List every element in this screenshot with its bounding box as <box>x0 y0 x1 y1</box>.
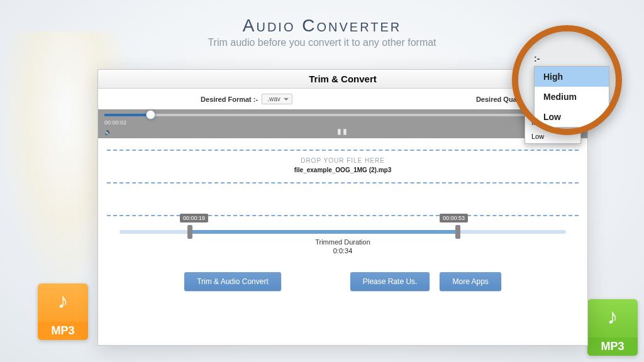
volume-icon[interactable]: 🔈 <box>104 128 112 135</box>
trim-handle-end[interactable] <box>455 225 460 239</box>
trim-end-tooltip: 00:00:53 <box>440 214 468 222</box>
drop-zone[interactable]: DROP YOUR FILE HERE file_example_OOG_1MG… <box>107 150 579 184</box>
pause-button[interactable]: ▮▮ <box>337 127 348 136</box>
seek-thumb[interactable] <box>146 110 155 119</box>
mag-option-medium[interactable]: Medium <box>535 87 609 107</box>
drop-hint: DROP YOUR FILE HERE <box>107 157 579 164</box>
magnifier-callout: :- High Medium Low <box>512 25 622 135</box>
mp3-badge-orange: ♪ MP3 <box>38 283 88 340</box>
dropped-filename: file_example_OOG_1MG (2).mp3 <box>107 167 579 173</box>
trim-range <box>189 230 459 234</box>
app-window: Trim & Convert Desired Format :- .wav De… <box>97 69 588 346</box>
music-note-icon: ♪ <box>608 304 618 329</box>
separator <box>107 215 579 216</box>
player-bar: 00:00:02 00:01:13 🔈 ▮▮ ▭ ⇱ <box>98 109 587 138</box>
trim-meta: Trimmed Duration 0:0:34 <box>98 238 587 256</box>
badge-label: MP3 <box>587 337 638 356</box>
mp3-badge-green: ♪ MP3 <box>587 299 638 356</box>
music-note-icon: ♪ <box>58 288 69 313</box>
format-value: .wav <box>267 96 280 102</box>
format-select[interactable]: .wav <box>262 94 292 104</box>
format-label: Desired Format :- <box>201 96 258 103</box>
magnifier-prefix: :- <box>534 53 609 63</box>
time-elapsed: 00:00:02 <box>104 119 126 126</box>
magnified-quality-dropdown[interactable]: High Medium Low <box>534 66 609 128</box>
trim-slider[interactable] <box>119 230 566 234</box>
rate-button[interactable]: Please Rate Us. <box>350 272 430 291</box>
action-row: Trim & Audio Convert Please Rate Us. Mor… <box>98 272 587 291</box>
trim-handle-start[interactable] <box>187 225 192 239</box>
trim-duration-value: 0:0:34 <box>98 246 587 255</box>
trim-duration-label: Trimmed Duration <box>98 238 587 246</box>
mag-option-high[interactable]: High <box>535 67 609 87</box>
trim-start-tooltip: 00:00:19 <box>180 214 208 222</box>
mag-option-low[interactable]: Low <box>535 107 609 127</box>
seek-track[interactable] <box>104 114 581 116</box>
more-apps-button[interactable]: More Apps <box>440 272 501 291</box>
seek-progress <box>104 114 150 116</box>
badge-label: MP3 <box>38 322 88 340</box>
trim-convert-button[interactable]: Trim & Audio Convert <box>184 272 281 291</box>
